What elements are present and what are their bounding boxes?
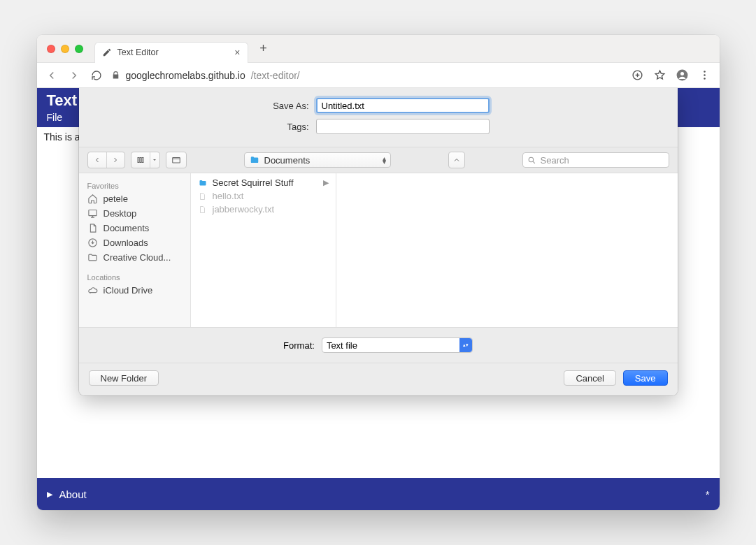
page-content: Text File This is a n ▶ About * Save As:… — [37, 88, 720, 510]
bookmark-star-icon[interactable] — [652, 68, 668, 83]
search-icon — [527, 156, 536, 165]
about-bar[interactable]: ▶ About * — [37, 478, 720, 510]
doc-icon — [87, 223, 99, 233]
nav-forward[interactable] — [106, 152, 124, 168]
save-button[interactable]: Save — [623, 370, 668, 386]
pencil-icon — [102, 48, 112, 57]
sidebar-item-label: petele — [104, 194, 128, 204]
reload-button[interactable] — [89, 68, 104, 83]
file-item: jabberwocky.txt — [191, 203, 336, 216]
file-icon — [198, 205, 208, 215]
history-nav — [87, 152, 125, 168]
tab-title: Text Editor — [117, 48, 229, 57]
lock-icon — [111, 71, 120, 80]
back-button[interactable] — [44, 68, 59, 83]
sidebar-item-label: Downloads — [104, 238, 148, 248]
sidebar-item-label: Desktop — [104, 208, 137, 219]
svg-point-4 — [704, 74, 706, 76]
sidebar-item[interactable]: Documents — [83, 221, 186, 235]
dirty-indicator: * — [706, 488, 710, 500]
svg-point-5 — [704, 78, 706, 80]
profile-icon[interactable] — [675, 68, 690, 83]
browser-toolbar: googlechromelabs.github.io/text-editor/ — [37, 63, 720, 88]
url-path: /text-editor/ — [251, 70, 300, 81]
format-label: Format: — [283, 340, 315, 351]
nav-back[interactable] — [88, 152, 106, 168]
format-bar: Format: Text file ▴▾ — [79, 327, 678, 363]
sidebar-item[interactable]: iCloud Drive — [83, 283, 186, 298]
sidebar-item[interactable]: Creative Cloud... — [83, 250, 186, 265]
svg-rect-7 — [140, 158, 141, 163]
search-field[interactable]: Search — [522, 152, 669, 168]
file-column: Secret Squirrel Stuff▶hello.txtjabberwoc… — [191, 173, 336, 327]
chevron-right-icon: ▶ — [323, 178, 329, 187]
svg-point-3 — [704, 71, 706, 73]
minimize-window[interactable] — [61, 45, 69, 53]
sidebar: Favorites peteleDesktopDocumentsDownload… — [79, 173, 191, 327]
new-folder-button[interactable]: New Folder — [89, 370, 159, 386]
sidebar-item-label: iCloud Drive — [104, 285, 153, 296]
url-host: googlechromelabs.github.io — [126, 70, 245, 81]
dialog-header: Save As: Tags: — [79, 88, 678, 147]
group-button[interactable] — [166, 152, 187, 168]
file-name: jabberwocky.txt — [213, 204, 275, 215]
svg-rect-8 — [142, 158, 143, 163]
about-label: About — [59, 488, 87, 500]
fullscreen-window[interactable] — [75, 45, 83, 53]
close-window[interactable] — [47, 45, 55, 53]
browser-tab[interactable]: Text Editor × — [94, 42, 248, 63]
sidebar-item[interactable]: Downloads — [83, 235, 186, 250]
file-item: hello.txt — [191, 189, 336, 203]
collapse-button[interactable] — [448, 152, 465, 168]
file-name: hello.txt — [213, 191, 244, 201]
disclosure-triangle-icon: ▶ — [47, 490, 52, 499]
format-value: Text file — [327, 340, 357, 351]
new-tab-button[interactable]: + — [254, 39, 273, 59]
forward-button[interactable] — [66, 68, 82, 83]
svg-point-10 — [529, 157, 534, 162]
download-icon — [87, 238, 99, 248]
dialog-buttons: New Folder Cancel Save — [79, 363, 678, 395]
favorites-header: Favorites — [83, 179, 186, 191]
cloud-icon — [87, 285, 99, 296]
view-dropdown-chevron[interactable] — [150, 152, 159, 168]
locations-header: Locations — [83, 270, 186, 283]
save-as-input[interactable] — [316, 98, 490, 113]
cancel-button[interactable]: Cancel — [564, 370, 615, 386]
svg-rect-9 — [172, 158, 180, 164]
kebab-menu-icon[interactable] — [697, 68, 713, 83]
view-mode[interactable] — [131, 152, 160, 168]
svg-rect-6 — [138, 158, 139, 163]
close-tab-icon[interactable]: × — [234, 47, 240, 58]
location-dropdown[interactable]: Documents ▴▾ — [244, 152, 391, 168]
sidebar-item-label: Creative Cloud... — [104, 252, 171, 263]
dialog-toolbar: Documents ▴▾ Search — [79, 147, 678, 173]
updown-chevron-icon: ▴▾ — [383, 157, 386, 164]
file-name: Secret Squirrel Stuff — [213, 177, 294, 188]
combo-updown-icon: ▴▾ — [459, 338, 472, 352]
save-as-label: Save As: — [267, 101, 309, 111]
address-bar[interactable]: googlechromelabs.github.io/text-editor/ — [111, 70, 300, 81]
browser-window: Text Editor × + googlechromelabs.github.… — [37, 35, 720, 510]
window-controls — [47, 45, 83, 53]
titlebar: Text Editor × + — [37, 35, 720, 63]
folder-icon — [198, 179, 208, 187]
search-placeholder: Search — [541, 155, 569, 166]
chevron-up-icon — [449, 152, 464, 168]
file-icon — [198, 191, 208, 201]
folder-icon — [87, 252, 99, 263]
desktop-icon — [87, 208, 99, 219]
install-app-icon[interactable] — [630, 68, 646, 83]
sidebar-item[interactable]: Desktop — [83, 206, 186, 221]
file-item[interactable]: Secret Squirrel Stuff▶ — [191, 176, 336, 189]
folder-icon — [249, 155, 260, 165]
sidebar-item[interactable]: petele — [83, 191, 186, 206]
tags-label: Tags: — [267, 122, 309, 132]
tags-input[interactable] — [316, 119, 490, 134]
sidebar-item-label: Documents — [104, 223, 150, 233]
columns-view-icon[interactable] — [131, 152, 150, 168]
save-dialog: Save As: Tags: — [79, 88, 678, 395]
file-column-empty — [336, 173, 678, 327]
svg-point-2 — [680, 72, 684, 75]
format-select[interactable]: Text file ▴▾ — [322, 337, 473, 353]
